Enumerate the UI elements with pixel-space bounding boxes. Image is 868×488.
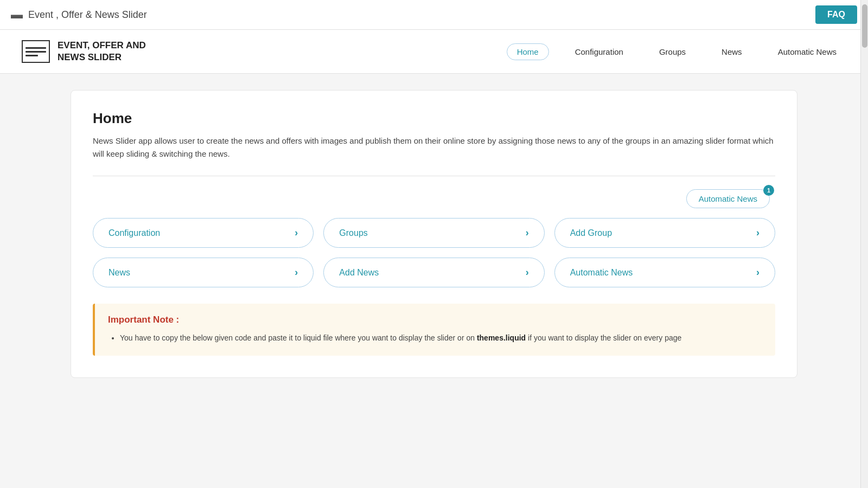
auto-news-count-badge: 1 <box>763 185 774 196</box>
logo-line-2 <box>25 51 46 53</box>
nav-configuration[interactable]: Configuration <box>565 44 633 60</box>
divider <box>93 176 775 176</box>
chevron-icon-automatic-news: › <box>756 267 760 278</box>
important-note-title: Important Note : <box>108 314 762 325</box>
nav-automatic-news[interactable]: Automatic News <box>768 44 846 60</box>
nav-groups[interactable]: Groups <box>649 44 695 60</box>
chevron-icon-add-news: › <box>526 267 529 278</box>
important-note-item-1: You have to copy the below given code an… <box>120 332 762 345</box>
logo-area: EVENT, OFFER AND NEWS SLIDER <box>22 40 146 63</box>
nav-home[interactable]: Home <box>507 43 549 60</box>
top-bar: ▬ Event , Offer & News Slider FAQ <box>0 0 868 30</box>
faq-button[interactable]: FAQ <box>815 5 857 24</box>
important-note-box: Important Note : You have to copy the be… <box>93 304 775 356</box>
home-card: Home News Slider app allows user to crea… <box>71 90 797 378</box>
auto-news-badge-button[interactable]: Automatic News <box>686 189 770 208</box>
logo-text-line1: EVENT, OFFER AND <box>58 40 146 52</box>
grid-buttons: Configuration › Groups › Add Group › New… <box>93 218 775 287</box>
logo-icon <box>22 40 50 63</box>
top-bar-title-area: ▬ Event , Offer & News Slider <box>11 8 147 22</box>
important-note-list: You have to copy the below given code an… <box>108 332 762 345</box>
grid-btn-configuration[interactable]: Configuration › <box>93 218 314 248</box>
home-description: News Slider app allows user to create th… <box>93 134 775 160</box>
grid-btn-groups[interactable]: Groups › <box>323 218 544 248</box>
auto-news-badge-row: Automatic News 1 <box>93 189 775 208</box>
scrollbar-thumb[interactable] <box>862 4 867 48</box>
app-icon: ▬ <box>11 8 23 22</box>
logo-line-3 <box>25 55 38 56</box>
logo-text-line2: NEWS SLIDER <box>58 52 146 63</box>
grid-btn-news[interactable]: News › <box>93 258 314 287</box>
scrollbar[interactable] <box>860 0 868 394</box>
grid-btn-add-group[interactable]: Add Group › <box>554 218 775 248</box>
auto-news-badge-wrap: Automatic News 1 <box>686 189 770 208</box>
grid-btn-automatic-news[interactable]: Automatic News › <box>554 258 775 287</box>
app-header: EVENT, OFFER AND NEWS SLIDER Home Config… <box>0 30 868 74</box>
main-content: Home News Slider app allows user to crea… <box>54 90 814 378</box>
chevron-icon-news: › <box>295 267 298 278</box>
logo-line-1 <box>25 47 46 49</box>
chevron-icon-configuration: › <box>295 227 298 239</box>
grid-btn-add-news[interactable]: Add News › <box>323 258 544 287</box>
chevron-icon-groups: › <box>526 227 529 239</box>
logo-text: EVENT, OFFER AND NEWS SLIDER <box>58 40 146 63</box>
app-title: Event , Offer & News Slider <box>28 9 147 21</box>
main-nav: Home Configuration Groups News Automatic… <box>507 43 846 60</box>
nav-news[interactable]: News <box>712 44 752 60</box>
chevron-icon-add-group: › <box>756 227 760 239</box>
home-title: Home <box>93 110 775 127</box>
